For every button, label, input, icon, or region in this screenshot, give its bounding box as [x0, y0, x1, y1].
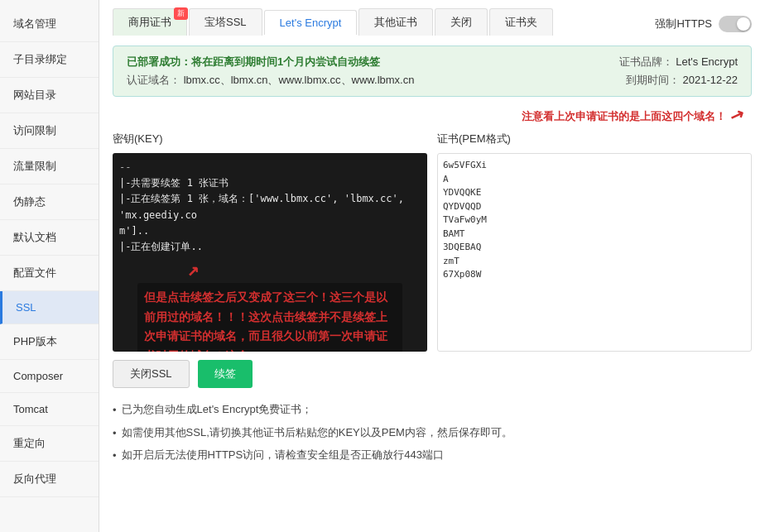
sidebar-item-subdir[interactable]: 子目录绑定	[0, 42, 99, 78]
force-https-label: 强制HTTPS	[655, 17, 712, 31]
terminal-annotation-text: 但是点击续签之后又变成了这三个！这三个是以前用过的域名！！！这次点击续签并不是续…	[137, 283, 402, 352]
note-item-0: • 已为您自动生成Let's Encrypt免费证书；	[113, 401, 752, 419]
terminal-line-2: |-正在续签第 1 张，域名：['www.lbmx.cc', 'lbmx.cc'…	[119, 191, 421, 223]
arrow-icon: ↙	[726, 105, 746, 128]
sidebar-item-composer[interactable]: Composer	[0, 360, 99, 393]
sidebar-item-ssl[interactable]: SSL	[0, 291, 99, 324]
cert-line-0: 6w5VFGXi	[443, 159, 746, 173]
bullet-1: •	[113, 425, 117, 442]
sidebar-item-domain-mgmt[interactable]: 域名管理	[0, 7, 99, 42]
cert-line-4: TVaFw0yM	[443, 213, 746, 228]
domain-value: lbmx.cc、lbmx.cn、www.lbmx.cc、www.lbmx.cn	[184, 74, 415, 86]
banner-annotation-text: 注意看上次申请证书的是上面这四个域名！	[522, 109, 726, 124]
banner-status: 已部署成功：将在距离到期时间1个月内尝试自动续签	[127, 55, 380, 68]
cert-line-3: QYDVQQD	[443, 200, 746, 214]
expire-value: 2021-12-22	[683, 74, 739, 86]
cert-line-7: zmT	[443, 255, 746, 269]
domain-label: 认证域名：	[127, 74, 180, 86]
banner-annotation-row: 注意看上次申请证书的是上面这四个域名！ ↙	[113, 107, 752, 127]
notes-section: • 已为您自动生成Let's Encrypt免费证书； • 如需使用其他SSL,…	[113, 401, 752, 464]
force-https-toggle-area: 强制HTTPS	[655, 16, 752, 36]
terminal-line-3: m']..	[119, 223, 421, 239]
cert-line-1: A	[443, 173, 746, 187]
tab-other-cert[interactable]: 其他证书	[358, 8, 433, 36]
terminal-line-1: |-共需要续签 1 张证书	[119, 175, 421, 191]
note-text-0: 已为您自动生成Let's Encrypt免费证书；	[122, 401, 313, 418]
sidebar-item-reverse-proxy[interactable]: 反向代理	[0, 462, 99, 497]
tab-close[interactable]: 关闭	[435, 8, 488, 36]
expire-label: 到期时间：	[626, 74, 680, 86]
cert-line-2: YDVQQKE	[443, 186, 746, 200]
sidebar-item-traffic-limit[interactable]: 流量限制	[0, 149, 99, 185]
terminal-line-0: --	[119, 160, 421, 175]
success-banner: 已部署成功：将在距离到期时间1个月内尝试自动续签 证书品牌： Let's Enc…	[113, 46, 752, 97]
tab-baota-ssl[interactable]: 宝塔SSL	[189, 8, 262, 36]
cert-line-5: BAMT	[443, 228, 746, 242]
button-row: 关闭SSL 续签	[113, 360, 752, 388]
note-text-2: 如开启后无法使用HTTPS访问，请检查安全组是否正确放行443端口	[122, 447, 444, 463]
sidebar-item-tomcat[interactable]: Tomcat	[0, 393, 99, 426]
new-badge: 新	[174, 7, 188, 20]
bullet-2: •	[113, 448, 117, 464]
sidebar-item-php-version[interactable]: PHP版本	[0, 324, 99, 360]
note-text-1: 如需使用其他SSL,请切换其他证书后粘贴您的KEY以及PEM内容，然后保存即可。	[122, 424, 512, 441]
cert-line-8: 67Xp08W	[443, 268, 746, 282]
key-label: 密钥(KEY)	[113, 132, 427, 146]
cert-brand-label: 证书品牌：	[619, 55, 673, 68]
sidebar-item-default-doc[interactable]: 默认文档	[0, 220, 99, 256]
cert-brand-value: Let's Encrypt	[676, 55, 738, 68]
terminal-annotation: ↗ 但是点击续签之后又变成了这三个！这三个是以前用过的域名！！！这次点击续签并不…	[137, 252, 402, 352]
force-https-toggle[interactable]	[719, 16, 752, 32]
close-ssl-button[interactable]: 关闭SSL	[113, 360, 190, 388]
sidebar-item-redirect[interactable]: 重定向	[0, 426, 99, 462]
note-item-1: • 如需使用其他SSL,请切换其他证书后粘贴您的KEY以及PEM内容，然后保存即…	[113, 424, 752, 442]
cert-label: 证书(PEM格式)	[437, 132, 752, 146]
cert-area[interactable]: 6w5VFGXi A YDVQQKE QYDVQQD TVaFw0yM BAMT…	[437, 153, 752, 352]
main-content: 商用证书 新 宝塔SSL Let's Encrypt 其他证书 关闭 证书夹 强…	[99, 0, 765, 532]
sidebar-item-rewrite[interactable]: 伪静态	[0, 185, 99, 220]
sidebar-item-web-dir[interactable]: 网站目录	[0, 78, 99, 113]
tab-lets-encrypt[interactable]: Let's Encrypt	[264, 10, 358, 35]
terminal-line-4: |-正在创建订单..	[119, 239, 421, 255]
sidebar-item-access-limit[interactable]: 访问限制	[0, 113, 99, 149]
key-cert-row: -- |-共需要续签 1 张证书 |-正在续签第 1 张，域名：['www.lb…	[113, 153, 752, 352]
bullet-0: •	[113, 402, 117, 419]
sidebar-item-config-file[interactable]: 配置文件	[0, 256, 99, 291]
key-area[interactable]: -- |-共需要续签 1 张证书 |-正在续签第 1 张，域名：['www.lb…	[113, 153, 427, 352]
sidebar: 域名管理 子目录绑定 网站目录 访问限制 流量限制 伪静态 默认文档 配置文件 …	[0, 0, 99, 532]
note-item-2: • 如开启后无法使用HTTPS访问，请检查安全组是否正确放行443端口	[113, 447, 752, 464]
tab-cert-folder[interactable]: 证书夹	[489, 8, 553, 36]
tab-commercial-cert[interactable]: 商用证书 新	[113, 8, 187, 36]
renew-button[interactable]: 续签	[198, 360, 253, 388]
toggle-knob	[737, 17, 750, 31]
cert-line-6: 3DQEBAQ	[443, 241, 746, 255]
